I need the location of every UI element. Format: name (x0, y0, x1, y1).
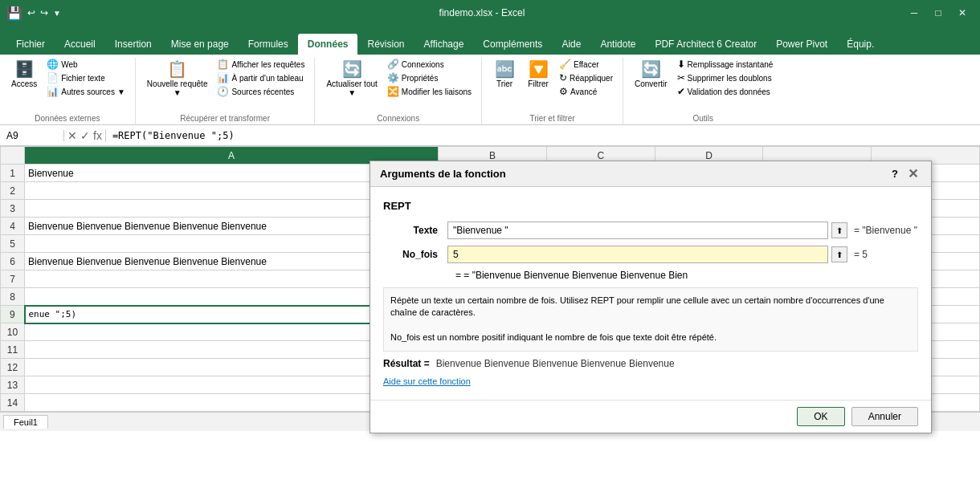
arg-texte-label: Texte (383, 225, 447, 236)
dialog-help-btn[interactable]: ? (892, 168, 898, 180)
ok-button[interactable]: OK (797, 407, 844, 426)
help-link-row: Aide sur cette fonction (383, 376, 918, 387)
arg-nofois-row: No_fois ⬆ = 5 (383, 246, 918, 263)
arg-texte-input[interactable] (447, 222, 828, 239)
result-label: Résultat = (383, 358, 430, 369)
arg-texte-row: Texte ⬆ = "Bienvenue " (383, 222, 918, 239)
arg-texte-collapse-btn[interactable]: ⬆ (831, 222, 847, 238)
cancel-button[interactable]: Annuler (851, 407, 918, 426)
arg-nofois-result: = 5 (854, 249, 918, 260)
formula-preview-value: = "Bienvenue Bienvenue Bienvenue Bienven… (463, 270, 688, 281)
desc-main-text: Répète un texte un certain nombre de foi… (390, 295, 911, 319)
dialog-overlay: Arguments de la fonction ? ✕ REPT Texte … (0, 0, 980, 431)
result-row: Résultat = Bienvenue Bienvenue Bienvenue… (383, 358, 918, 369)
arg-nofois-input[interactable] (447, 246, 828, 263)
equals-sign: = (455, 270, 463, 281)
formula-preview: = = "Bienvenue Bienvenue Bienvenue Bienv… (455, 270, 918, 281)
dialog-body: REPT Texte ⬆ = "Bienvenue " No_fois ⬆ = … (370, 187, 931, 400)
result-value: Bienvenue Bienvenue Bienvenue Bienvenue … (436, 358, 675, 369)
dialog-title-text: Arguments de la fonction (380, 168, 506, 180)
desc-arg-text: No_fois est un nombre positif indiquant … (390, 331, 911, 344)
function-arguments-dialog: Arguments de la fonction ? ✕ REPT Texte … (370, 161, 932, 431)
function-description: Répète un texte un certain nombre de foi… (383, 287, 918, 352)
arg-texte-result: = "Bienvenue " (854, 225, 918, 236)
function-name: REPT (383, 200, 918, 212)
dialog-close-btn[interactable]: ✕ (904, 166, 921, 181)
dialog-footer: OK Annuler (370, 400, 931, 431)
arg-nofois-collapse-btn[interactable]: ⬆ (831, 246, 847, 262)
dialog-title-bar: Arguments de la fonction ? ✕ (370, 161, 931, 187)
arg-nofois-label: No_fois (383, 249, 447, 260)
help-link[interactable]: Aide sur cette fonction (383, 376, 471, 386)
